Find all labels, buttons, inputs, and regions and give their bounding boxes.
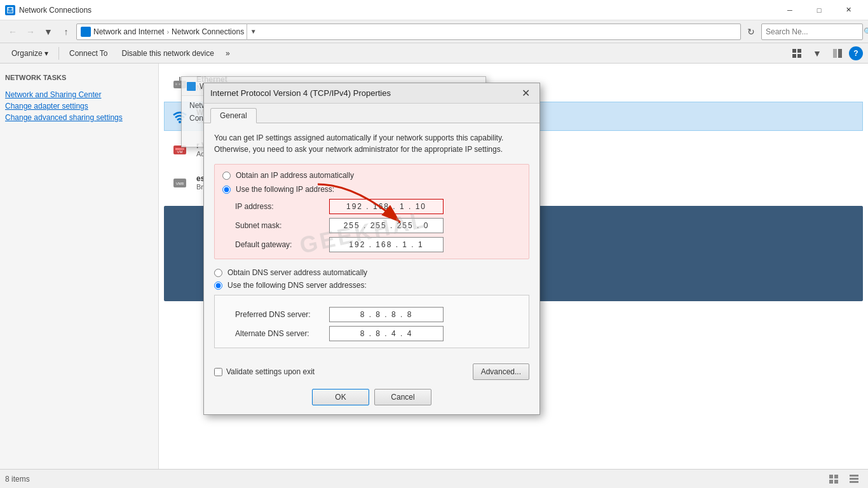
recent-locations-button[interactable]: ▼ [41, 24, 56, 39]
ip-address-input[interactable]: 192 . 168 . 1 . 10 [329, 199, 444, 214]
vmnet8-icon: VM8 [170, 172, 190, 193]
status-right [825, 471, 863, 487]
dns-fields: Preferred DNS server: 8 . 8 . 8 . 8 Alte… [222, 307, 521, 341]
svg-rect-7 [838, 49, 842, 58]
default-gateway-label: Default gateway: [222, 240, 324, 249]
preview-button[interactable] [829, 45, 846, 62]
subnet-mask-input[interactable]: 255 . 255 . 255 . 0 [329, 218, 444, 233]
validate-checkbox[interactable] [214, 368, 222, 376]
connect-to-button[interactable]: Connect To [63, 45, 114, 62]
toolbar: Organize ▾ Connect To Disable this netwo… [0, 43, 868, 64]
window-title: Network Connections [19, 6, 775, 15]
ipv4-footer: Validate settings upon exit Advanced... [204, 357, 539, 389]
window-controls: ─ □ ✕ [775, 0, 863, 20]
sidebar-item-network-sharing[interactable]: Network and Sharing Center [5, 89, 153, 100]
up-button[interactable]: ↑ [58, 24, 74, 39]
obtain-auto-radio[interactable] [222, 172, 231, 180]
ok-button[interactable]: OK [312, 389, 369, 405]
validate-label[interactable]: Validate settings upon exit [226, 367, 315, 376]
dns-following-radio[interactable] [214, 281, 222, 290]
dns-following-label[interactable]: Use the following DNS server addresses: [227, 281, 367, 290]
minimize-button[interactable]: ─ [775, 0, 804, 20]
tab-strip: General [204, 104, 539, 123]
status-view-btn-2[interactable] [845, 471, 863, 487]
preferred-dns-label: Preferred DNS server: [222, 310, 324, 319]
ipv4-properties-dialog: Internet Protocol Version 4 (TCP/IPv4) P… [203, 83, 540, 415]
search-icon: 🔍 [864, 27, 868, 36]
preferred-dns-input[interactable]: 8 . 8 . 8 . 8 [329, 307, 444, 322]
sidebar-section: Network and Sharing Center Change adapte… [0, 86, 158, 126]
advanced-button[interactable]: Advanced... [473, 363, 529, 380]
close-button[interactable]: ✕ [834, 0, 863, 20]
sidebar-item-change-adapter[interactable]: Change adapter settings [5, 100, 153, 112]
svg-rect-19 [829, 475, 833, 478]
status-bar: 8 items [0, 469, 868, 488]
ipv4-description: You can get IP settings assigned automat… [214, 132, 529, 155]
forward-button[interactable]: → [23, 24, 38, 39]
back-button[interactable]: ← [5, 24, 20, 39]
dns-following-row: Use the following DNS server addresses: [214, 281, 529, 290]
toolbar-separator-1 [58, 47, 59, 60]
svg-rect-4 [792, 54, 796, 58]
more-button[interactable]: » [222, 45, 234, 62]
obtain-auto-label[interactable]: Obtain an IP address automatically [236, 171, 354, 180]
tab-general[interactable]: General [210, 108, 257, 123]
svg-rect-22 [834, 480, 838, 484]
svg-rect-25 [850, 481, 858, 483]
address-separator: › [166, 28, 169, 36]
ipv4-body: You can get IP settings assigned automat… [204, 123, 539, 357]
validate-checkbox-row: Validate settings upon exit [214, 367, 315, 376]
view-options-button[interactable] [788, 45, 806, 62]
ok-cancel-row: OK Cancel [204, 389, 539, 414]
address-part1: Network and Internet [93, 27, 164, 36]
wifi-dialog-icon [187, 82, 196, 91]
subnet-mask-label: Subnet mask: [222, 221, 324, 230]
sidebar-item-advanced-sharing[interactable]: Change advanced sharing settings [5, 112, 153, 123]
address-bar-row: ← → ▼ ↑ Network and Internet › Network C… [0, 20, 868, 43]
alternate-dns-input[interactable]: 8 . 8 . 4 . 4 [329, 326, 444, 341]
use-following-row: Use the following IP address: [222, 185, 521, 194]
ip-fields: IP address: 192 . 168 . 1 . 10 Subnet ma… [222, 199, 521, 252]
toolbar-right: ▼ ? [788, 45, 863, 62]
use-following-label[interactable]: Use the following IP address: [236, 185, 334, 194]
ip-address-section: Obtain an IP address automatically Use t… [214, 164, 529, 259]
cancel-button[interactable]: Cancel [374, 389, 431, 405]
search-box[interactable]: 🔍 [761, 24, 863, 40]
organize-button[interactable]: Organize ▾ [5, 45, 55, 62]
dns-box: Preferred DNS server: 8 . 8 . 8 . 8 Alte… [214, 295, 529, 348]
ipv4-title-text: Internet Protocol Version 4 (TCP/IPv4) P… [210, 88, 518, 98]
dns-auto-radio[interactable] [214, 269, 222, 277]
svg-text:VM8: VM8 [176, 182, 184, 186]
obtain-auto-row: Obtain an IP address automatically [222, 171, 521, 180]
svg-rect-10 [179, 83, 180, 85]
svg-rect-3 [797, 49, 801, 53]
svg-rect-5 [797, 54, 801, 58]
status-view-btn-1[interactable] [825, 471, 843, 487]
address-bar[interactable]: Network and Internet › Network Connectio… [76, 24, 741, 40]
address-icon [81, 27, 91, 37]
svg-rect-2 [792, 49, 796, 53]
status-item-count: 8 items [5, 475, 30, 484]
dns-auto-row: Obtain DNS server address automatically [214, 268, 529, 277]
window-icon [5, 5, 15, 15]
disable-button[interactable]: Disable this network device [116, 45, 220, 62]
maximize-button[interactable]: □ [804, 0, 834, 20]
default-gateway-input[interactable]: 192 . 168 . 1 . 1 [329, 237, 444, 252]
svg-rect-1 [8, 10, 13, 13]
address-dropdown-button[interactable]: ▼ [247, 24, 259, 40]
title-bar: Network Connections ─ □ ✕ [0, 0, 868, 20]
search-input[interactable] [766, 27, 861, 36]
dns-section: Obtain DNS server address automatically … [214, 268, 529, 348]
use-following-radio[interactable] [222, 186, 231, 194]
svg-rect-23 [850, 475, 858, 477]
svg-text:VM: VM [177, 150, 183, 154]
svg-rect-9 [175, 83, 177, 85]
sidebar: Network Tasks Network and Sharing Center… [0, 64, 159, 469]
ip-address-label: IP address: [222, 202, 324, 211]
help-button[interactable]: ? [849, 46, 863, 60]
ipv4-close-button[interactable]: ✕ [518, 86, 533, 101]
alternate-dns-label: Alternate DNS server: [222, 329, 324, 338]
view-dropdown-button[interactable]: ▼ [808, 45, 826, 62]
refresh-button[interactable]: ↻ [743, 24, 759, 39]
dns-auto-label[interactable]: Obtain DNS server address automatically [227, 268, 367, 277]
